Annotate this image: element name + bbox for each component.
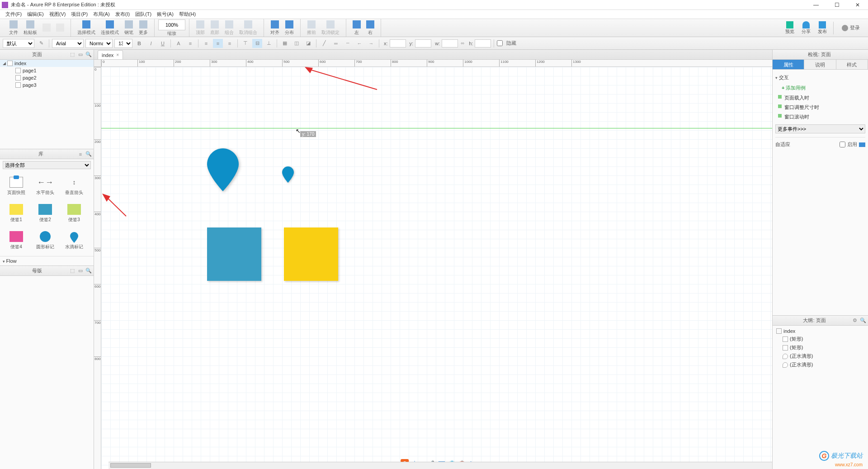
font-family-select[interactable]: Arial	[52, 39, 84, 48]
tab-notes[interactable]: 说明	[804, 60, 836, 69]
underline-button[interactable]: U	[158, 39, 168, 48]
outline-item-1[interactable]: (矩形)	[774, 335, 866, 343]
search-pages-icon[interactable]: 🔍	[85, 52, 92, 58]
menu-help[interactable]: 帮助(H)	[176, 10, 198, 19]
close-tab-icon[interactable]: ×	[116, 52, 119, 57]
w-input[interactable]	[442, 39, 458, 47]
line-pattern-button[interactable]: ┄	[343, 39, 353, 48]
menu-team[interactable]: 团队(T)	[132, 10, 154, 19]
enable-adaptive-checkbox[interactable]	[840, 142, 845, 147]
menu-file[interactable]: 文件(F)	[3, 10, 24, 19]
font-style-select[interactable]: Normal	[85, 39, 113, 48]
lib-circle-marker[interactable]: 圆形标记	[31, 227, 60, 254]
close-button[interactable]: ✕	[847, 0, 868, 10]
tab-properties[interactable]: 属性	[773, 60, 804, 69]
tb-distribute[interactable]: 分布	[282, 19, 297, 37]
horizontal-scrollbar[interactable]	[108, 462, 772, 469]
tab-style[interactable]: 样式	[836, 60, 868, 69]
lib-harrow[interactable]: ←→水平箭头	[31, 173, 60, 200]
inner-shadow-button[interactable]: ◪	[303, 39, 313, 48]
canvas-pin-small[interactable]	[282, 166, 294, 183]
page-index[interactable]: ◢ index	[0, 60, 94, 67]
scrollbar-thumb[interactable]	[110, 463, 151, 468]
lib-note4[interactable]: 便签4	[2, 227, 31, 254]
tb-align[interactable]: 对齐	[268, 19, 282, 37]
add-case-link[interactable]: 添加用例	[775, 83, 865, 93]
lib-snapshot[interactable]: 页面快照	[2, 173, 31, 200]
tb-align-bottom[interactable]: 底部	[208, 19, 222, 37]
tb-file[interactable]: 文件	[6, 19, 21, 37]
interaction-section[interactable]: 交互	[775, 72, 865, 83]
h-input[interactable]	[475, 39, 491, 47]
outer-shadow-button[interactable]: ◫	[292, 39, 302, 48]
lib-pin-marker[interactable]: 水滴标记	[60, 227, 89, 254]
minimize-button[interactable]: —	[806, 0, 826, 10]
hidden-checkbox[interactable]	[497, 40, 503, 46]
menu-project[interactable]: 项目(P)	[68, 10, 90, 19]
outline-item-2[interactable]: (矩形)	[774, 343, 866, 352]
add-master-folder-icon[interactable]: ▭	[77, 268, 84, 274]
tb-right[interactable]: 右	[363, 19, 377, 37]
y-input[interactable]	[415, 39, 431, 47]
page-page1[interactable]: page1	[0, 67, 94, 74]
lib-flow-section[interactable]: Flow	[0, 256, 94, 265]
outline-filter-icon[interactable]: ⚙	[852, 317, 858, 324]
style-paint-icon[interactable]: ✎	[36, 39, 46, 48]
search-library-icon[interactable]: 🔍	[85, 151, 92, 157]
tb-publish[interactable]: 发布	[814, 20, 830, 36]
font-size-select[interactable]: 13	[114, 39, 132, 48]
x-input[interactable]	[390, 39, 406, 47]
menu-publish[interactable]: 发布(I)	[113, 10, 132, 19]
bold-button[interactable]: B	[134, 39, 144, 48]
canvas-pin-large[interactable]	[207, 148, 239, 191]
add-page-icon[interactable]: ⬚	[69, 52, 75, 58]
add-master-icon[interactable]: ⬚	[69, 268, 75, 274]
fill-color-button[interactable]: ▦	[280, 39, 290, 48]
canvas-rect-yellow[interactable]	[284, 227, 338, 281]
text-color-button[interactable]: A	[174, 39, 184, 48]
event-page-load[interactable]: 页面载入时	[775, 93, 865, 103]
tb-front[interactable]: 擦前	[304, 19, 319, 37]
horizontal-ruler[interactable]: 0100200300400500600700800900100011001200…	[101, 60, 772, 67]
tb-back[interactable]: 取消锁定	[319, 19, 342, 37]
canvas[interactable]: ↖ y: 170 S 中	[101, 67, 772, 469]
valign-top-button[interactable]: ⊤	[241, 39, 250, 48]
event-window-scroll[interactable]: 窗口滚动时	[775, 112, 865, 122]
login-button[interactable]: 登录	[836, 24, 865, 31]
align-left-button[interactable]: ≡	[201, 39, 211, 48]
line-style-button[interactable]: ╱	[319, 39, 329, 48]
bullets-button[interactable]: ≡	[185, 39, 195, 48]
lib-note3[interactable]: 便签3	[60, 200, 89, 227]
search-outline-icon[interactable]: 🔍	[860, 317, 866, 324]
line-width-button[interactable]: ═	[331, 39, 341, 48]
tb-pen[interactable]: 钢笔	[122, 19, 136, 37]
outline-item-3[interactable]: (正水滴形)	[774, 352, 866, 360]
lib-note1[interactable]: 便签1	[2, 200, 31, 227]
tb-group[interactable]: 组合	[222, 19, 236, 37]
tb-ungroup[interactable]: 取消组合	[236, 19, 260, 37]
maximize-button[interactable]: ☐	[826, 0, 847, 10]
expand-toggle-icon[interactable]: ◢	[3, 61, 7, 66]
tb-redo[interactable]	[53, 23, 67, 33]
more-events-select[interactable]: 更多事件>>>	[775, 124, 865, 133]
lib-note2[interactable]: 便签2	[31, 200, 60, 227]
outline-item-4[interactable]: (正水滴形)	[774, 360, 866, 369]
canvas-rect-blue[interactable]	[207, 227, 261, 281]
align-right-button[interactable]: ≡	[225, 39, 235, 48]
lock-aspect-icon[interactable]: ⬄	[461, 41, 464, 46]
tb-preview[interactable]: 预览	[782, 20, 798, 36]
menu-account[interactable]: 账号(A)	[154, 10, 176, 19]
adaptive-views-icon[interactable]	[859, 142, 865, 147]
valign-bottom-button[interactable]: ⊥	[264, 39, 274, 48]
tb-clipboard[interactable]: 粘贴板	[21, 19, 40, 37]
tab-index[interactable]: index×	[98, 50, 123, 59]
valign-middle-button[interactable]: ⊟	[252, 39, 262, 48]
align-center-button[interactable]: ≡	[213, 39, 223, 48]
arrow-start-button[interactable]: ←	[354, 39, 364, 48]
menu-edit[interactable]: 编辑(E)	[24, 10, 47, 19]
tb-share[interactable]: 分享	[798, 20, 814, 36]
tb-align-top[interactable]: 顶部	[193, 19, 208, 37]
library-select[interactable]: 选择全部	[3, 161, 91, 169]
page-page2[interactable]: page2	[0, 74, 94, 81]
event-window-resize[interactable]: 窗口调整尺寸时	[775, 103, 865, 112]
